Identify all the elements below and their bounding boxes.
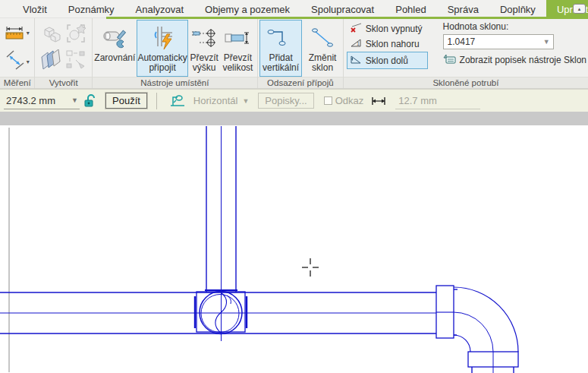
slope-down-option[interactable]: Sklon dolů xyxy=(347,52,428,69)
horizontal-label: Horizontál xyxy=(193,95,238,106)
slope-down-label: Sklon dolů xyxy=(366,55,408,66)
pipe-elbow[interactable] xyxy=(454,287,518,352)
inherit-elevation-button[interactable]: Převzít výšku xyxy=(189,20,219,77)
crosshair-cursor xyxy=(302,258,319,277)
change-slope-button[interactable]: Změnit sklon xyxy=(303,20,341,77)
svg-text:1: 1 xyxy=(357,41,360,46)
component-icon[interactable] xyxy=(64,22,87,48)
tab-objemy-a-pozemek[interactable]: Objemy a pozemek xyxy=(194,0,300,18)
add-vertical-icon xyxy=(266,23,296,53)
tab-vlozit[interactable]: Vložit xyxy=(12,0,58,18)
slope-value: 1.0417 xyxy=(448,36,476,47)
chevron-down-icon[interactable]: ▾ xyxy=(27,58,30,65)
slope-off-label: Sklon vypnutý xyxy=(366,24,423,34)
ribbon-collapse-button[interactable]: ▴ xyxy=(573,4,586,14)
spacing-field: 12.7 mm xyxy=(395,93,480,109)
add-vertical-button[interactable]: Přidat vertikální xyxy=(259,20,302,77)
offset-combobox[interactable]: 2743.2 mm ▼ xyxy=(4,93,80,109)
revit-window: Vložit Poznámky Analyzovat Objemy a poze… xyxy=(0,0,588,373)
tab-pohled[interactable]: Pohled xyxy=(385,0,436,18)
unlock-icon[interactable] xyxy=(84,94,96,108)
vertical-pipe[interactable] xyxy=(205,126,237,341)
pipe-flange[interactable] xyxy=(436,286,458,338)
tags-button: Popisky... xyxy=(258,93,313,109)
drawing-canvas[interactable] xyxy=(0,125,588,373)
chevron-down-icon[interactable]: ▾ xyxy=(27,30,30,36)
width-icon xyxy=(371,96,386,106)
level-icon xyxy=(169,94,186,108)
align-icon xyxy=(102,23,127,53)
inherit-elevation-icon xyxy=(190,23,218,53)
slope-up-label: Sklon nahoru xyxy=(366,39,420,49)
offset-value: 2743.2 mm xyxy=(6,95,55,106)
wall-icon[interactable] xyxy=(39,49,64,74)
tab-spolupracovat[interactable]: Spolupracovat xyxy=(300,0,385,18)
boxes-icon[interactable] xyxy=(40,22,63,48)
slope-value-combobox[interactable]: 1.0417 ▼ xyxy=(443,34,554,49)
change-slope-label2: sklon xyxy=(312,63,333,73)
panel-label-nastroje-umisteni: Nástroje umístění xyxy=(93,77,257,88)
add-vertical-label2: vertikální xyxy=(263,63,299,73)
inherit-elevation-label2: výšku xyxy=(193,63,216,73)
panel-nastroje-umisteni: Zarovnání Automaticky připojit xyxy=(93,18,258,88)
chevron-down-icon: ▼ xyxy=(242,97,249,105)
dimension-ruler-icon xyxy=(5,24,25,43)
panel-label-sklonene-potrubi: Skloněné potrubí xyxy=(344,77,588,88)
reference-label: Odkaz xyxy=(335,95,364,106)
measure-tool-button[interactable]: ▾ xyxy=(5,50,30,73)
panel-label-vytvorit: Vytvořit xyxy=(35,77,91,88)
auto-connect-label2: připojit xyxy=(149,63,175,73)
tab-analyzovat[interactable]: Analyzovat xyxy=(125,0,195,18)
tab-sprava[interactable]: Správa xyxy=(437,0,489,18)
panel-label-mereni: Měření xyxy=(0,77,34,88)
slope-up-option[interactable]: 1 Sklon nahoru xyxy=(347,36,428,51)
panel-vytvorit: Vytvořit xyxy=(35,18,92,88)
inherit-size-icon xyxy=(224,23,251,53)
slope-up-icon: 1 xyxy=(350,37,362,50)
panel-label-odsazeni-pripoju: Odsazení přípojů xyxy=(258,77,343,88)
spacing-value: 12.7 mm xyxy=(398,95,437,106)
align-label: Zarovnání xyxy=(94,53,135,63)
panel-mereni: ▾ ▾ Měřen xyxy=(0,18,35,88)
tab-poznamky[interactable]: Poznámky xyxy=(58,0,125,18)
inherit-size-button[interactable]: Převzít velikost xyxy=(220,20,256,77)
horizontal-pipe[interactable] xyxy=(0,292,436,333)
auto-connect-icon xyxy=(149,23,176,53)
scatter-components-icon[interactable] xyxy=(64,49,87,74)
horizontal-dropdown: Horizontál ▼ xyxy=(193,95,249,106)
chevron-down-icon[interactable]: ▼ xyxy=(71,96,78,104)
show-slope-tooltip-label: Zobrazit popisek nástroje Sklon xyxy=(460,55,586,65)
slope-value-caption: Hodnota sklonu: xyxy=(443,21,586,32)
ribbon: ▾ ▾ Měřen xyxy=(0,18,588,89)
slope-down-icon xyxy=(350,54,362,67)
chevron-down-icon[interactable]: ▼ xyxy=(543,38,553,46)
reference-checkbox-row[interactable]: Odkaz xyxy=(324,95,364,106)
bottom-flange[interactable] xyxy=(468,352,518,373)
measure-icon xyxy=(5,50,25,73)
slope-off-option[interactable]: Sklon vypnutý xyxy=(347,21,428,36)
apply-button[interactable]: Použít xyxy=(105,93,147,109)
view-top-border xyxy=(0,112,588,125)
align-button[interactable]: Zarovnání xyxy=(94,20,136,77)
change-slope-icon xyxy=(309,23,336,53)
inherit-size-label2: velikost xyxy=(222,63,253,73)
dimension-tool-button[interactable]: ▾ xyxy=(5,24,30,43)
panel-sklonene-potrubi: Sklon vypnutý 1 Sklon nahoru xyxy=(344,18,588,88)
show-slope-tooltip-button[interactable]: Zobrazit popisek nástroje Sklon xyxy=(443,54,586,66)
reference-checkbox[interactable] xyxy=(324,96,332,105)
ribbon-tab-bar: Vložit Poznámky Analyzovat Objemy a poze… xyxy=(0,0,588,18)
tab-divider xyxy=(0,17,106,18)
panel-odsazeni-pripoju: Přidat vertikální Změnit sklon Odsaze xyxy=(258,18,344,88)
slope-off-icon xyxy=(350,22,362,35)
contextual-tab-underline xyxy=(106,17,588,19)
tooltip-icon xyxy=(443,54,456,66)
tab-doplnky[interactable]: Doplňky xyxy=(489,0,546,18)
options-separator xyxy=(156,93,157,109)
auto-connect-button[interactable]: Automaticky připojit xyxy=(137,20,188,77)
options-bar: 2743.2 mm ▼ Použít Horizontál ▼ Popi xyxy=(0,89,588,112)
